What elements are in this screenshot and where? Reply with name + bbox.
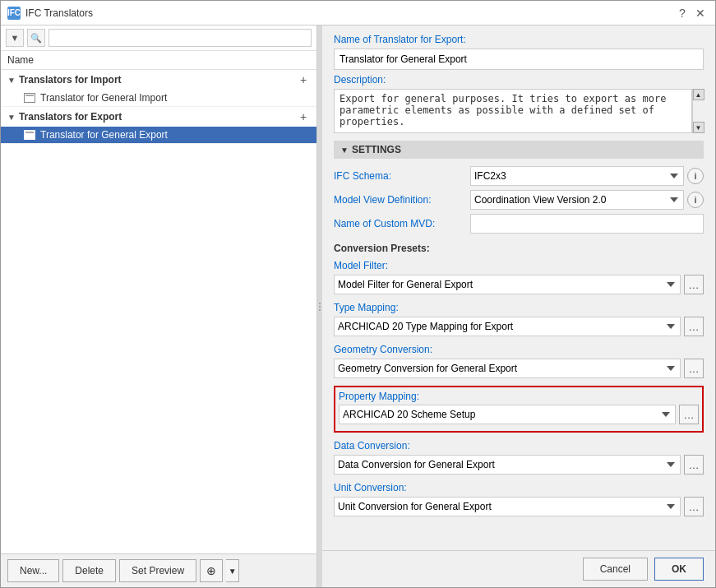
tree-group-import-left: ▼ Translators for Import xyxy=(7,74,122,86)
desc-scroll-down[interactable]: ▼ xyxy=(693,122,704,133)
unit-conversion-group: Unit Conversion: Unit Conversion for Gen… xyxy=(334,482,704,520)
divider-dot-1 xyxy=(319,303,321,304)
export-item-icon xyxy=(24,130,35,140)
import-chevron-icon: ▼ xyxy=(7,76,16,85)
geometry-conversion-row: Geometry Conversion for General Export … xyxy=(334,359,704,378)
window-icon: IFC xyxy=(7,7,21,20)
tree-item-general-export[interactable]: Translator for General Export xyxy=(1,127,316,143)
search-input[interactable] xyxy=(49,29,312,47)
cancel-button[interactable]: Cancel xyxy=(583,558,648,581)
property-mapping-label: Property Mapping: xyxy=(339,391,699,402)
dropdown-arrow-icon: ▼ xyxy=(229,567,237,576)
ifc-schema-select[interactable]: IFC2x3 IFC4 xyxy=(470,166,684,186)
model-filter-edit-button[interactable]: … xyxy=(684,275,704,294)
conversion-presets-label: Conversion Presets: xyxy=(334,243,704,254)
ifc-schema-controls: IFC2x3 IFC4 i xyxy=(470,166,704,186)
property-mapping-row: ARCHICAD 20 Scheme Setup … xyxy=(339,405,699,424)
conversion-presets-row: Conversion Presets: xyxy=(334,243,704,256)
titlebar-left: IFC IFC Translators xyxy=(7,7,93,20)
settings-chevron-icon: ▼ xyxy=(340,146,349,155)
description-textarea[interactable]: Export for general purposes. It tries to… xyxy=(334,89,692,133)
geometry-conversion-label: Geometry Conversion: xyxy=(334,344,704,355)
property-mapping-select[interactable]: ARCHICAD 20 Scheme Setup xyxy=(339,405,676,424)
move-dropdown-button[interactable]: ▼ xyxy=(226,559,239,582)
left-bottom-toolbar: New... Delete Set Preview ⊕ ▼ xyxy=(1,553,316,587)
move-icon: ⊕ xyxy=(206,564,216,577)
mvd-info-button[interactable]: i xyxy=(687,192,704,208)
model-filter-select[interactable]: Model Filter for General Export xyxy=(334,275,681,294)
custom-mvd-label: Name of Custom MVD: xyxy=(334,218,465,229)
data-conversion-row: Data Conversion for General Export … xyxy=(334,455,704,475)
unit-conversion-select[interactable]: Unit Conversion for General Export xyxy=(334,497,681,516)
filter-icon: ▼ xyxy=(11,33,20,43)
data-conversion-label: Data Conversion: xyxy=(334,440,704,451)
name-field-group: Name of Translator for Export: xyxy=(334,34,704,70)
ok-button[interactable]: OK xyxy=(654,558,704,581)
data-conversion-edit-button[interactable]: … xyxy=(684,455,704,475)
dialog-bottom-bar: Cancel OK xyxy=(322,550,715,587)
export-chevron-icon: ▼ xyxy=(7,113,16,122)
type-mapping-select[interactable]: ARCHICAD 20 Type Mapping for Export xyxy=(334,317,681,336)
divider-dot-3 xyxy=(319,309,321,311)
tree-item-general-export-label: Translator for General Export xyxy=(40,129,168,141)
custom-mvd-input[interactable] xyxy=(470,214,704,234)
property-mapping-box: Property Mapping: ARCHICAD 20 Scheme Set… xyxy=(334,386,704,433)
tree-group-export: ▼ Translators for Export + Translator fo… xyxy=(1,107,316,144)
right-panel: Name of Translator for Export: Descripti… xyxy=(322,25,715,587)
custom-mvd-row: Name of Custom MVD: xyxy=(334,214,704,234)
model-filter-group: Model Filter: Model Filter for General E… xyxy=(334,260,704,298)
tree-item-general-import-label: Translator for General Import xyxy=(40,92,167,104)
set-preview-button[interactable]: Set Preview xyxy=(119,559,196,582)
search-icon: 🔍 xyxy=(30,33,42,44)
property-mapping-edit-button[interactable]: … xyxy=(679,405,699,424)
model-filter-row: Model Filter for General Export … xyxy=(334,275,704,294)
type-mapping-label: Type Mapping: xyxy=(334,302,704,313)
tree-item-general-import[interactable]: Translator for General Import xyxy=(1,90,316,106)
move-button[interactable]: ⊕ xyxy=(200,559,223,582)
delete-button[interactable]: Delete xyxy=(62,559,116,582)
tree-area: ▼ Translators for Import + Translator fo… xyxy=(1,70,316,553)
filter-button[interactable]: ▼ xyxy=(6,29,24,47)
type-mapping-row: ARCHICAD 20 Type Mapping for Export … xyxy=(334,317,704,336)
right-content: Name of Translator for Export: Descripti… xyxy=(322,34,715,550)
tree-group-import: ▼ Translators for Import + Translator fo… xyxy=(1,70,316,107)
geometry-conversion-select[interactable]: Geometry Conversion for General Export xyxy=(334,359,681,378)
mvd-row: Model View Definition: Coordination View… xyxy=(334,190,704,210)
ifc-schema-label: IFC Schema: xyxy=(334,170,465,182)
name-field-input[interactable] xyxy=(334,49,704,70)
type-mapping-edit-button[interactable]: … xyxy=(684,317,704,336)
geometry-conversion-group: Geometry Conversion: Geometry Conversion… xyxy=(334,344,704,382)
tree-group-export-header[interactable]: ▼ Translators for Export + xyxy=(1,107,316,127)
left-panel: ▼ 🔍 Name ▼ Translators for Import xyxy=(1,25,317,587)
mvd-controls: Coordination View Version 2.0 Coordinati… xyxy=(470,190,704,210)
tree-group-import-header[interactable]: ▼ Translators for Import + xyxy=(1,70,316,90)
tree-group-export-label: Translators for Export xyxy=(19,111,122,123)
data-conversion-group: Data Conversion: Data Conversion for Gen… xyxy=(334,440,704,478)
description-scrollbar: ▲ ▼ xyxy=(692,89,704,133)
help-button[interactable]: ? xyxy=(674,5,691,21)
new-button[interactable]: New... xyxy=(7,559,59,582)
geometry-conversion-edit-button[interactable]: … xyxy=(684,359,704,378)
type-mapping-group: Type Mapping: ARCHICAD 20 Type Mapping f… xyxy=(334,302,704,340)
search-button[interactable]: 🔍 xyxy=(27,29,45,47)
tree-group-import-label: Translators for Import xyxy=(19,74,122,86)
tree-header: Name xyxy=(1,51,316,70)
close-button[interactable]: ✕ xyxy=(692,5,709,21)
ifc-schema-info-button[interactable]: i xyxy=(687,168,704,184)
name-field-label: Name of Translator for Export: xyxy=(334,34,704,45)
divider-dot-2 xyxy=(319,306,321,308)
window-title: IFC Translators xyxy=(25,7,93,19)
import-item-icon xyxy=(24,93,35,103)
import-add-button[interactable]: + xyxy=(297,73,310,86)
settings-section-header: ▼ SETTINGS xyxy=(334,141,704,159)
model-filter-label: Model Filter: xyxy=(334,260,704,271)
main-content: ▼ 🔍 Name ▼ Translators for Import xyxy=(1,25,715,587)
mvd-select[interactable]: Coordination View Version 2.0 Coordinati… xyxy=(470,190,684,210)
unit-conversion-edit-button[interactable]: … xyxy=(684,497,704,516)
tree-group-export-left: ▼ Translators for Export xyxy=(7,111,122,123)
desc-scroll-up[interactable]: ▲ xyxy=(693,89,704,100)
data-conversion-select[interactable]: Data Conversion for General Export xyxy=(334,455,681,475)
export-add-button[interactable]: + xyxy=(297,110,310,123)
ifc-schema-row: IFC Schema: IFC2x3 IFC4 i xyxy=(334,166,704,186)
settings-section-label: SETTINGS xyxy=(352,144,401,155)
